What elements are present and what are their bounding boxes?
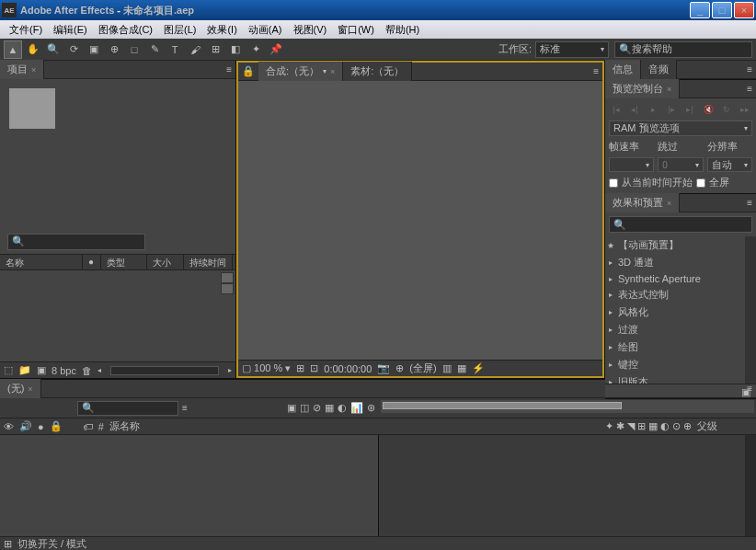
timeline-layer-list[interactable] xyxy=(0,435,379,536)
effects-tab[interactable]: 效果和预置× xyxy=(605,193,680,212)
clone-tool[interactable]: ⊞ xyxy=(206,40,224,59)
menu-window[interactable]: 窗口(W) xyxy=(332,21,380,39)
audio-tab[interactable]: 音频 xyxy=(641,60,677,79)
timeline-search-menu[interactable]: ≡ xyxy=(182,403,188,413)
hide-shy-icon[interactable]: ⊘ xyxy=(313,402,321,414)
project-hscroll[interactable] xyxy=(110,366,219,375)
scroll-left-icon[interactable]: ◂ xyxy=(97,366,101,374)
info-panel-menu[interactable]: ≡ xyxy=(747,64,752,74)
rotate-tool[interactable]: ⟳ xyxy=(64,40,83,59)
roto-tool[interactable]: ✦ xyxy=(246,40,265,59)
draft-3d-icon[interactable]: ◫ xyxy=(300,402,309,414)
hand-tool[interactable]: ✋ xyxy=(24,40,42,59)
minimize-button[interactable]: _ xyxy=(690,2,710,18)
solo-col-icon[interactable]: ● xyxy=(38,421,44,432)
av-features-icon[interactable]: 👁 xyxy=(4,421,14,432)
effects-search-input[interactable]: 🔍 xyxy=(609,216,752,233)
channel-icon[interactable]: ⊕ xyxy=(395,362,404,374)
fx-category[interactable]: 键控 xyxy=(605,356,756,373)
prev-frame-button[interactable]: ◂| xyxy=(627,102,642,117)
footage-tab[interactable]: 素材:（无） xyxy=(343,62,412,81)
selection-tool[interactable]: ▲ xyxy=(4,40,22,59)
fx-category[interactable]: 绘图 xyxy=(605,338,756,356)
timeline-track-area[interactable] xyxy=(379,435,756,536)
flowchart-icon[interactable] xyxy=(221,272,234,294)
eraser-tool[interactable]: ◧ xyxy=(226,40,245,59)
effects-panel-menu[interactable]: ≡ xyxy=(747,198,752,208)
menu-composition[interactable]: 图像合成(C) xyxy=(93,21,158,39)
lock-col-icon[interactable]: 🔒 xyxy=(50,420,63,432)
ram-preview-button[interactable]: ▸▸ xyxy=(738,102,752,117)
puppet-tool[interactable]: 📌 xyxy=(267,40,285,59)
source-name-col[interactable]: 源名称 xyxy=(109,419,140,433)
audio-col-icon[interactable]: 🔊 xyxy=(19,420,32,432)
pan-behind-tool[interactable]: ⊕ xyxy=(105,40,123,59)
project-panel-menu[interactable]: ≡ xyxy=(226,64,232,74)
fx-category[interactable]: 过渡 xyxy=(605,321,756,338)
menu-animation[interactable]: 动画(A) xyxy=(243,21,288,39)
preview-panel-menu[interactable]: ≡ xyxy=(747,84,752,94)
fx-category[interactable]: 【动画预置】 xyxy=(605,236,756,254)
graph-editor-icon[interactable]: 📊 xyxy=(350,402,363,414)
timeline-search-input[interactable]: 🔍 xyxy=(77,401,178,416)
menu-layer[interactable]: 图层(L) xyxy=(158,21,201,39)
interpret-footage-icon[interactable]: ⬚ xyxy=(4,364,13,376)
text-tool[interactable]: T xyxy=(166,40,184,59)
col-name[interactable]: 名称 xyxy=(0,255,83,269)
resolution-icon[interactable]: ⊞ xyxy=(296,362,304,374)
view-select[interactable]: (全屏) xyxy=(409,361,436,375)
fx-category[interactable]: 表达式控制 xyxy=(605,286,756,304)
time-display[interactable]: 0:00:00:00 xyxy=(324,363,372,374)
scroll-right-icon[interactable]: ▸ xyxy=(228,366,232,374)
camera-tool[interactable]: ▣ xyxy=(85,40,103,59)
fast-preview-icon[interactable]: ⚡ xyxy=(472,362,485,374)
mute-button[interactable]: 🔇 xyxy=(701,102,716,117)
grid-icon[interactable]: ⊡ xyxy=(310,362,318,374)
toggle-switches-button[interactable]: 切换开关 / 模式 xyxy=(17,537,86,550)
expand-pane-icon[interactable]: ⊞ xyxy=(4,538,12,550)
new-folder-icon[interactable]: 📁 xyxy=(18,364,31,376)
effects-scrollbar[interactable] xyxy=(745,236,756,384)
composition-viewer[interactable] xyxy=(238,81,602,360)
fx-category[interactable]: 风格化 xyxy=(605,304,756,321)
timeline-tab[interactable]: (无)× xyxy=(0,379,41,398)
work-area-bar[interactable] xyxy=(383,402,622,409)
res-select[interactable]: 自动▾ xyxy=(707,157,752,172)
pen-tool[interactable]: ✎ xyxy=(145,40,164,59)
timeline-vscroll[interactable] xyxy=(745,435,756,536)
menu-effect[interactable]: 效果(I) xyxy=(201,21,242,39)
zoom-select[interactable]: ▢ 100 % ▾ xyxy=(242,362,291,374)
col-type[interactable]: ● xyxy=(83,255,101,269)
preview-tab[interactable]: 预览控制台× xyxy=(605,79,680,98)
workspace-select[interactable]: 标准▾ xyxy=(535,41,609,58)
comp-tab[interactable]: 合成:（无）▾× xyxy=(258,62,343,81)
menu-view[interactable]: 视图(V) xyxy=(288,21,333,39)
timeline-ruler[interactable] xyxy=(381,400,754,413)
next-frame-button[interactable]: |▸ xyxy=(664,102,679,117)
lock-icon[interactable]: 🔒 xyxy=(238,65,258,77)
col-type-label[interactable]: 类型 xyxy=(101,255,147,269)
fx-category[interactable]: Synthetic Aperture xyxy=(605,271,756,286)
fx-category[interactable]: 3D 通道 xyxy=(605,254,756,271)
play-button[interactable]: ▸ xyxy=(646,102,660,117)
mask-tool[interactable]: □ xyxy=(125,40,143,59)
index-col[interactable]: # xyxy=(98,421,104,432)
col-size[interactable]: 大小 xyxy=(147,255,184,269)
delete-icon[interactable]: 🗑 xyxy=(82,365,92,376)
first-frame-button[interactable]: |◂ xyxy=(609,102,624,117)
frame-blend-icon[interactable]: ▦ xyxy=(325,402,334,414)
info-tab[interactable]: 信息 xyxy=(605,60,641,79)
snapshot-icon[interactable]: 📷 xyxy=(377,362,390,374)
new-comp-icon[interactable]: ▣ xyxy=(37,364,46,376)
menu-help[interactable]: 帮助(H) xyxy=(380,21,425,39)
brush-tool[interactable]: 🖌 xyxy=(186,40,204,59)
menu-edit[interactable]: 编辑(E) xyxy=(48,21,93,39)
project-item-list[interactable] xyxy=(0,270,235,362)
loop-button[interactable]: ↻ xyxy=(719,102,734,117)
zoom-tool[interactable]: 🔍 xyxy=(44,40,63,59)
view-layout-icon[interactable]: ▥ xyxy=(442,362,452,374)
project-tab[interactable]: 项目× xyxy=(0,60,44,79)
brainstorm-icon[interactable]: ⊛ xyxy=(367,402,375,414)
col-duration[interactable]: 持续时间 xyxy=(184,255,233,269)
from-current-checkbox[interactable] xyxy=(609,178,618,188)
